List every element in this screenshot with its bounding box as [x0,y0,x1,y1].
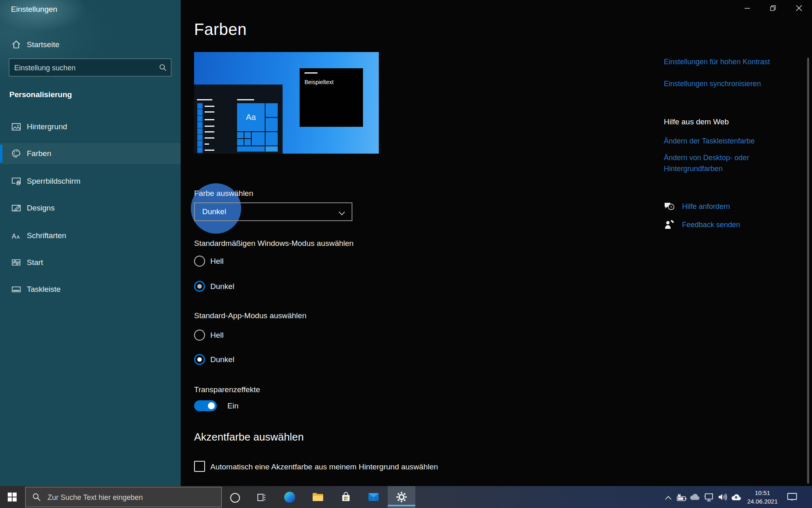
toggle-knob [208,402,215,409]
sidebar-item-label: Taskleiste [27,285,60,294]
accent-color-heading: Akzentfarbe auswählen [194,431,304,443]
auto-accent-checkbox[interactable] [194,461,205,472]
auto-accent-checkbox-label[interactable]: Automatisch eine Akzentfarbe aus meinem … [210,462,438,471]
preview-start-menu: Aa [194,85,283,154]
sidebar-item-taskleiste[interactable]: Taskleiste [0,279,181,300]
home-icon [11,39,22,50]
windows-mode-option-label[interactable]: Hell [210,257,224,266]
app-title: Einstellungen [11,5,57,14]
windows-mode-label: Standardmäßigen Windows-Modus auswählen [194,239,354,248]
preview-sample-window: Beispieltext [300,68,363,127]
sidebar-item-label: Sperrbildschirm [27,177,80,186]
sidebar-section-heading: Personalisierung [9,90,72,99]
app-mode-radio-dunkel[interactable] [194,354,205,365]
close-button[interactable] [790,0,808,16]
taskbar-search-input[interactable] [47,487,215,508]
app-mode-option-label[interactable]: Dunkel [210,355,234,364]
settings-search-box[interactable] [9,59,171,76]
get-help-icon: ? [663,200,675,213]
taskbar-search-box[interactable] [25,487,222,507]
transparency-toggle[interactable] [194,400,217,411]
svg-text:A: A [17,234,20,239]
onedrive-cloud-icon[interactable] [689,494,700,502]
color-select-label: Farbe auswählen [194,189,253,198]
sidebar-item-label: Schriftarten [27,231,66,240]
sidebar-item-home[interactable]: Startseite [0,34,181,55]
tray-date: 24.06.2021 [744,497,781,506]
svg-text:A: A [12,233,16,240]
minimize-button[interactable] [738,0,756,16]
active-app-underline [388,505,415,506]
lock-screen-icon [11,176,22,187]
cortana-icon[interactable] [230,493,240,503]
app-mode-label: Standard-App-Modus auswählen [194,311,307,320]
sidebar-item-farben[interactable]: Farben [0,143,181,164]
link-sync-settings[interactable]: Einstellungen synchronisieren [664,80,761,88]
app-mode-radio-hell[interactable] [194,330,205,341]
color-select-dropdown[interactable]: Dunkel [194,202,352,221]
restore-button[interactable] [764,0,782,16]
search-icon [32,493,41,501]
windows-mode-radio-hell[interactable] [194,256,205,267]
link-change-desktop-colors[interactable]: Ändern von Desktop- oder Hintergrundfarb… [664,152,763,174]
fonts-icon: AA [11,230,22,241]
taskbar-icon [11,284,22,295]
feedback-icon [664,219,676,231]
transparency-state: Ein [227,402,238,410]
settings-gear-icon [395,491,408,503]
minimize-icon [745,6,750,11]
theme-preview: Aa Beispieltext [194,52,379,154]
preview-aa-tile: Aa [237,103,265,131]
chevron-up-icon[interactable] [665,494,672,501]
power-battery-icon[interactable] [676,493,687,503]
sidebar-item-label: Startseite [27,40,59,49]
tray-clock[interactable]: 10:51 24.06.2021 [744,488,781,506]
start-layout-icon [11,257,22,268]
scrollbar[interactable] [807,58,809,484]
windows-mode-radio-dunkel[interactable] [194,281,205,292]
tray-time: 10:51 [744,488,781,497]
network-icon[interactable] [704,493,715,504]
volume-icon[interactable] [718,493,728,503]
close-icon [796,5,802,11]
task-view-icon[interactable] [257,493,266,504]
sidebar-item-label: Hintergrund [27,122,67,131]
sidebar-item-label: Farben [27,149,51,158]
windows-mode-option-label[interactable]: Dunkel [210,282,234,291]
background-image-icon [11,122,22,132]
link-change-taskbar-color[interactable]: Ändern der Taskleistenfarbe [664,137,755,145]
file-explorer-icon[interactable] [312,492,324,504]
selected-indicator [0,145,2,163]
microsoft-store-icon[interactable] [341,492,351,504]
sidebar-item-schriftarten[interactable]: AA Schriftarten [0,225,181,246]
start-button[interactable] [8,493,17,503]
preview-tile-rail [197,103,203,153]
help-from-web-heading: Hilfe aus dem Web [664,117,729,126]
sidebar-item-sperrbildschirm[interactable]: Sperrbildschirm [0,171,181,192]
action-center-icon[interactable] [787,492,797,504]
sidebar-item-hintergrund[interactable]: Hintergrund [0,116,181,137]
sidebar: Einstellungen Startseite Personalisierun… [0,0,181,486]
svg-text:?: ? [670,205,672,209]
palette-icon [11,148,22,159]
search-icon [159,63,167,72]
preview-sample-text: Beispieltext [304,79,334,85]
themes-icon [11,203,22,213]
restore-icon [770,5,776,11]
link-high-contrast[interactable]: Einstellungen für hohen Kontrast [664,58,770,66]
windows-logo-icon [8,493,17,501]
settings-window: Einstellungen Startseite Personalisierun… [0,0,812,508]
mail-icon[interactable] [368,493,379,503]
dropdown-value: Dunkel [202,207,226,216]
page-title: Farben [194,20,247,39]
edge-browser-icon[interactable] [284,492,295,503]
sidebar-item-label: Start [27,258,43,267]
sidebar-item-start[interactable]: Start [0,252,181,273]
app-mode-option-label[interactable]: Hell [210,331,224,340]
sidebar-item-designs[interactable]: Designs [0,198,181,219]
get-help-link[interactable]: Hilfe anfordern [682,202,730,211]
send-feedback-link[interactable]: Feedback senden [682,221,740,229]
search-input[interactable] [13,59,153,77]
sync-cloud-icon[interactable] [731,493,741,502]
chevron-down-icon [339,210,345,215]
